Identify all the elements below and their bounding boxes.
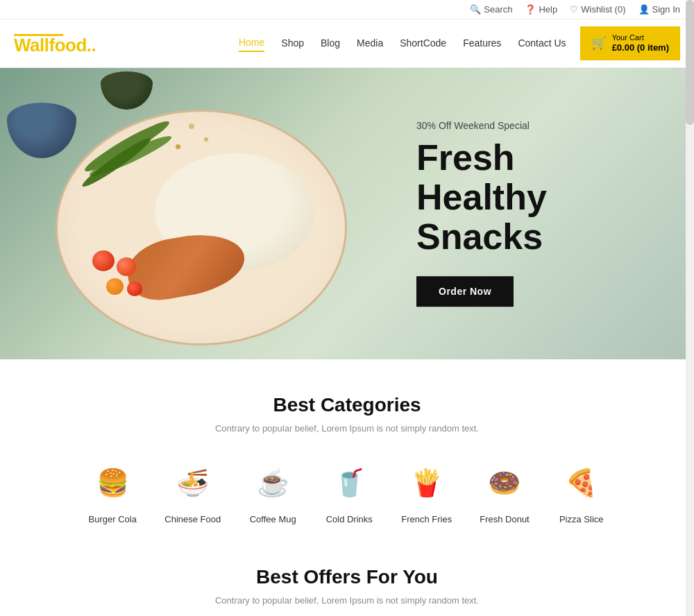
cart-button[interactable]: 🛒 Your Cart £0.00 (0 item) bbox=[580, 26, 680, 60]
help-label: Help bbox=[539, 4, 557, 15]
nav-contact-us[interactable]: Contact Us bbox=[518, 35, 566, 51]
logo-text: Wallfood.. bbox=[14, 36, 96, 54]
top-bar: 🔍 Search ❓ Help ♡ Wishlist (0) 👤 Sign In bbox=[0, 0, 694, 19]
cold-drinks-label: Cold Drinks bbox=[326, 514, 373, 524]
user-icon: 👤 bbox=[638, 4, 650, 15]
fresh-donut-label: Fresh Donut bbox=[480, 514, 530, 524]
search-label: Search bbox=[484, 4, 512, 15]
hero-content: 30% Off Weekend Special Fresh Healthy Sn… bbox=[416, 120, 652, 307]
chinese-food-label: Chinese Food bbox=[164, 514, 221, 524]
category-chinese-food[interactable]: 🍜 Chinese Food bbox=[164, 459, 221, 524]
nav-media[interactable]: Media bbox=[357, 35, 383, 51]
category-fresh-donut[interactable]: 🍩 Fresh Donut bbox=[480, 459, 530, 524]
categories-section: Best Categories Contrary to popular beli… bbox=[0, 359, 694, 545]
hero-cta-button[interactable]: Order Now bbox=[416, 277, 514, 307]
categories-subtitle: Contrary to popular belief, Lorem Ipsum … bbox=[21, 423, 673, 434]
pizza-slice-icon: 🍕 bbox=[557, 459, 606, 507]
category-coffee-mug[interactable]: ☕ Coffee Mug bbox=[248, 459, 297, 524]
wishlist-label: Wishlist (0) bbox=[581, 4, 625, 15]
category-burger-cola[interactable]: 🍔 Burger Cola bbox=[88, 459, 137, 524]
french-fries-label: French Fries bbox=[401, 514, 452, 524]
nav-home[interactable]: Home bbox=[239, 34, 264, 52]
help-icon: ❓ bbox=[525, 4, 536, 15]
signin-label: Sign In bbox=[652, 4, 680, 15]
help-topbar[interactable]: ❓ Help bbox=[525, 4, 557, 15]
categories-grid: 🍔 Burger Cola 🍜 Chinese Food ☕ Coffee Mu… bbox=[21, 459, 673, 524]
burger-cola-icon: 🍔 bbox=[88, 459, 137, 507]
logo[interactable]: Wallfood.. bbox=[14, 33, 96, 54]
burger-cola-label: Burger Cola bbox=[89, 514, 137, 524]
nav-blog[interactable]: Blog bbox=[321, 35, 340, 51]
categories-title: Best Categories bbox=[21, 394, 673, 416]
nav-shop[interactable]: Shop bbox=[281, 35, 304, 51]
nav-features[interactable]: Features bbox=[463, 35, 501, 51]
hero-section: 30% Off Weekend Special Fresh Healthy Sn… bbox=[0, 68, 694, 359]
scrollbar-track[interactable] bbox=[686, 0, 694, 616]
offers-subtitle: Contrary to popular belief, Lorem Ipsum … bbox=[21, 595, 673, 606]
category-cold-drinks[interactable]: 🥤 Cold Drinks bbox=[325, 459, 373, 524]
pizza-slice-label: Pizza Slice bbox=[559, 514, 604, 524]
header: Wallfood.. Home Shop Blog Media ShortCod… bbox=[0, 19, 694, 68]
hero-food-visual bbox=[0, 68, 416, 359]
coffee-mug-label: Coffee Mug bbox=[250, 514, 296, 524]
category-french-fries[interactable]: 🍟 French Fries bbox=[401, 459, 452, 524]
hero-title: Fresh Healthy Snacks bbox=[416, 138, 652, 257]
coffee-mug-icon: ☕ bbox=[248, 459, 297, 507]
search-icon: 🔍 bbox=[470, 4, 481, 15]
signin-topbar[interactable]: 👤 Sign In bbox=[638, 4, 680, 15]
cart-price: £0.00 (0 item) bbox=[612, 42, 669, 53]
cart-icon: 🛒 bbox=[591, 35, 607, 51]
fresh-donut-icon: 🍩 bbox=[480, 459, 529, 507]
search-topbar[interactable]: 🔍 Search bbox=[470, 4, 512, 15]
category-pizza-slice[interactable]: 🍕 Pizza Slice bbox=[557, 459, 606, 524]
main-nav: Home Shop Blog Media ShortCode Features … bbox=[239, 34, 566, 52]
offers-title: Best Offers For You bbox=[21, 566, 673, 588]
cold-drinks-icon: 🥤 bbox=[325, 459, 373, 507]
chinese-food-icon: 🍜 bbox=[169, 459, 217, 507]
scrollbar-thumb[interactable] bbox=[686, 0, 694, 125]
french-fries-icon: 🍟 bbox=[403, 459, 451, 507]
offers-section: Best Offers For You Contrary to popular … bbox=[0, 545, 694, 616]
wishlist-icon: ♡ bbox=[570, 4, 578, 15]
hero-subtitle: 30% Off Weekend Special bbox=[416, 120, 652, 131]
nav-shortcode[interactable]: ShortCode bbox=[400, 35, 446, 51]
cart-label: Your Cart bbox=[612, 33, 669, 42]
wishlist-topbar[interactable]: ♡ Wishlist (0) bbox=[570, 4, 625, 15]
